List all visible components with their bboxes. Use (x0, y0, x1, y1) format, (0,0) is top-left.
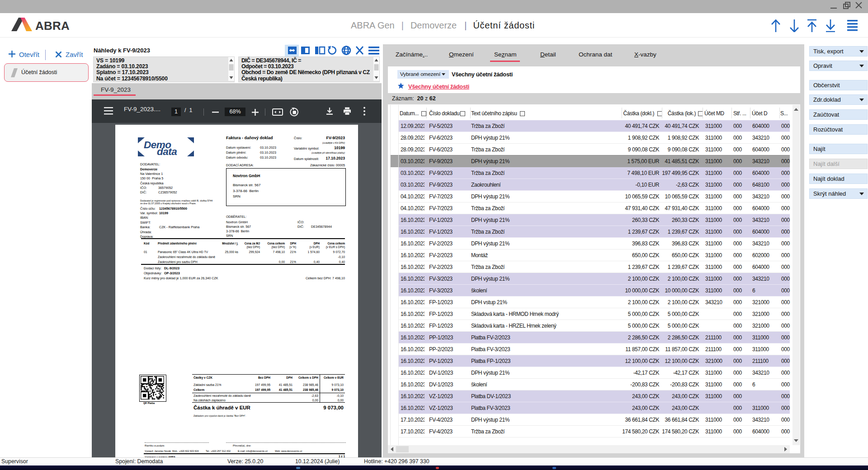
svg-text:ABRA: ABRA (35, 19, 70, 33)
svg-text:data: data (157, 146, 177, 156)
